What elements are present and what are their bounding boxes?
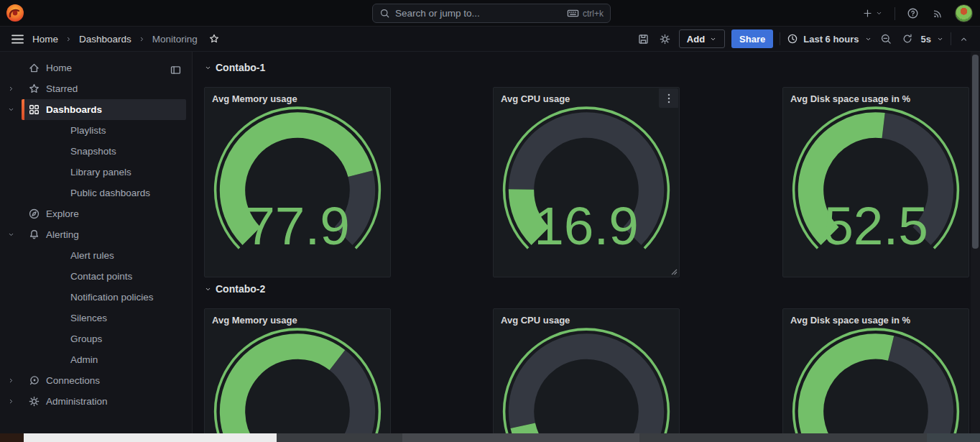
sidebar-item-notification-policies[interactable]: Notification policies	[0, 287, 192, 308]
refresh-interval-picker[interactable]: 5s	[921, 34, 944, 45]
scrollbar-segment	[927, 433, 980, 442]
chevron-right-icon[interactable]	[7, 397, 15, 405]
rss-icon	[932, 8, 943, 19]
help-button[interactable]	[905, 6, 920, 21]
mega-menu-button[interactable]	[9, 32, 26, 46]
home-icon	[28, 62, 40, 74]
clock-icon	[787, 33, 798, 45]
chevron-down-icon[interactable]	[7, 106, 15, 114]
svg-text:52.5: 52.5	[823, 195, 928, 255]
news-button[interactable]	[930, 6, 945, 21]
sidebar-item-explore[interactable]: Explore	[0, 203, 192, 224]
grafana-app: Search or jump to... ctrl+k	[0, 0, 980, 442]
user-avatar[interactable]	[955, 4, 973, 22]
chevron-down-icon	[709, 35, 717, 43]
chevron-right-icon[interactable]	[7, 377, 15, 385]
chevron-down-icon[interactable]	[7, 231, 15, 239]
panel-menu-button[interactable]	[659, 88, 678, 108]
zoom-out-icon	[880, 33, 892, 45]
dashboard-canvas: Contabo-1 Avg Memory usage 77.9 Avg CPU …	[193, 52, 980, 442]
panel-title[interactable]: Avg Disk space usage in %	[783, 309, 969, 327]
chevron-down-icon	[204, 285, 212, 293]
sidebar-item-library-panels[interactable]: Library panels	[0, 162, 192, 183]
panel-disk-contabo-2[interactable]: Avg Disk space usage in %	[782, 308, 969, 442]
disk-gauge	[786, 327, 966, 442]
chevron-up-icon	[959, 34, 969, 44]
sidebar-item-playlists[interactable]: Playlists	[0, 120, 192, 141]
horizontal-scrollbar[interactable]	[0, 433, 980, 442]
chevron-down-icon	[875, 9, 883, 17]
refresh-button[interactable]	[900, 32, 915, 46]
breadcrumb-dashboards[interactable]: Dashboards	[79, 34, 131, 45]
cpu-gauge	[496, 327, 676, 442]
breadcrumb: Home Dashboards Monitoring	[0, 32, 221, 46]
top-bar: Search or jump to... ctrl+k	[0, 0, 980, 27]
scrollbar-corner	[0, 433, 24, 442]
panel-title[interactable]: Avg CPU usage	[494, 88, 679, 106]
sidebar-item-dashboards[interactable]: Dashboards	[0, 99, 192, 120]
chevron-right-icon	[65, 35, 73, 43]
search-placeholder: Search or jump to...	[395, 8, 562, 19]
panel-title[interactable]: Avg Memory usage	[205, 309, 390, 327]
disk-gauge: 52.5	[786, 106, 966, 255]
svg-text:16.9: 16.9	[534, 195, 639, 255]
keyboard-icon	[567, 8, 579, 19]
share-button[interactable]: Share	[731, 29, 773, 48]
panel-title[interactable]: Avg Disk space usage in %	[783, 88, 969, 106]
chevron-down-icon	[204, 64, 212, 72]
sidebar-item-alerting[interactable]: Alerting	[0, 224, 192, 245]
sidebar-item-public-dashboards[interactable]: Public dashboards	[0, 183, 192, 203]
apps-icon	[28, 103, 40, 116]
sidebar-item-starred[interactable]: Starred	[0, 78, 192, 99]
chevron-right-icon	[138, 35, 146, 43]
chevron-down-icon	[864, 35, 872, 43]
save-dashboard-button[interactable]	[636, 32, 651, 47]
time-range-picker[interactable]: Last 6 hours	[787, 33, 872, 45]
breadcrumb-current[interactable]: Monitoring	[152, 34, 198, 45]
refresh-icon	[902, 33, 913, 45]
collapse-toolbar-button[interactable]	[958, 33, 970, 45]
resize-handle[interactable]	[671, 269, 678, 275]
panel-cpu-contabo-2[interactable]: Avg CPU usage	[493, 308, 680, 442]
row-header-contabo-1[interactable]: Contabo-1	[204, 62, 265, 73]
horizontal-scrollbar-thumb[interactable]	[24, 433, 277, 442]
dashboard-settings-button[interactable]	[657, 32, 672, 47]
panel-title[interactable]: Avg CPU usage	[494, 309, 679, 327]
search-shortcut: ctrl+k	[567, 8, 604, 19]
sidebar-item-home[interactable]: Home	[0, 57, 192, 78]
bell-icon	[28, 229, 40, 241]
chevron-right-icon[interactable]	[7, 85, 15, 93]
sidebar-item-connections[interactable]: Connections	[0, 370, 192, 391]
sidebar-item-contact-points[interactable]: Contact points	[0, 266, 192, 287]
sidebar-item-alert-rules[interactable]: Alert rules	[0, 245, 192, 266]
panel-cpu-contabo-1[interactable]: Avg CPU usage 16.9	[493, 87, 680, 277]
new-button[interactable]	[861, 6, 884, 20]
search-input[interactable]: Search or jump to... ctrl+k	[372, 4, 611, 23]
divider	[895, 7, 895, 20]
search-icon	[379, 8, 390, 19]
question-circle-icon	[907, 7, 919, 19]
panel-memory-contabo-2[interactable]: Avg Memory usage	[204, 308, 391, 442]
svg-text:77.9: 77.9	[245, 195, 350, 255]
panel-title[interactable]: Avg Memory usage	[205, 88, 390, 106]
row-header-contabo-2[interactable]: Contabo-2	[204, 283, 265, 295]
cpu-gauge: 16.9	[496, 106, 676, 255]
grafana-logo-icon[interactable]	[4, 2, 26, 24]
vertical-scrollbar-thumb[interactable]	[972, 55, 979, 249]
favorite-button[interactable]	[207, 32, 221, 46]
add-panel-button[interactable]: Add	[679, 29, 725, 48]
sidebar-item-admin[interactable]: Admin	[0, 349, 192, 370]
sidebar-item-administration[interactable]: Administration	[0, 391, 192, 412]
panel-memory-contabo-1[interactable]: Avg Memory usage 77.9	[204, 87, 391, 277]
star-icon	[28, 83, 40, 95]
breadcrumb-home[interactable]: Home	[32, 34, 58, 45]
plus-icon	[862, 8, 873, 19]
zoom-out-button[interactable]	[879, 32, 894, 47]
sidebar-item-silences[interactable]: Silences	[0, 308, 192, 328]
sidebar-item-snapshots[interactable]: Snapshots	[0, 141, 192, 162]
panel-disk-contabo-1[interactable]: Avg Disk space usage in % 52.5	[782, 87, 969, 277]
star-icon	[208, 33, 220, 45]
sidebar-item-groups[interactable]: Groups	[0, 328, 192, 349]
dashboard-toolbar: Home Dashboards Monitoring	[0, 27, 980, 52]
kebab-menu-icon	[664, 93, 674, 104]
